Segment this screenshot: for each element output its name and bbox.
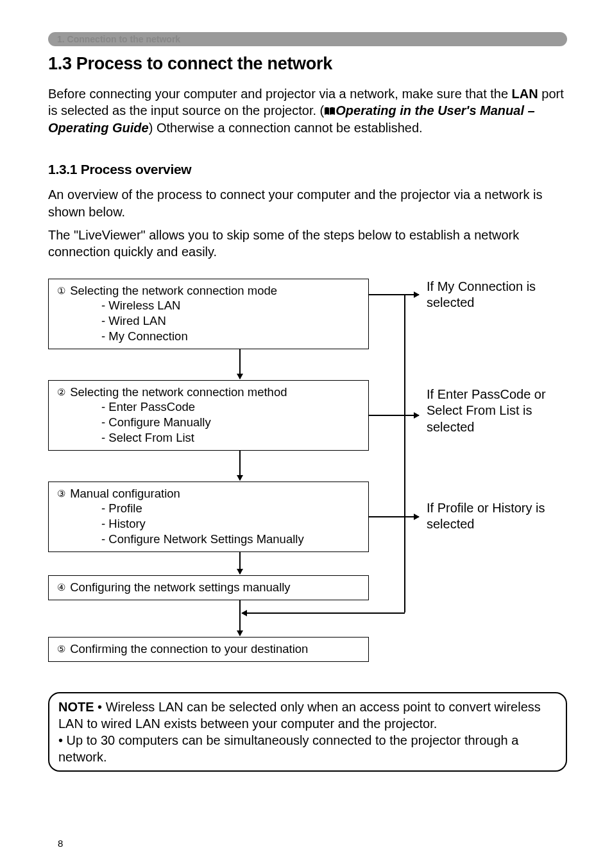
- step-box-3: ③ Manual configuration - Profile - Histo…: [48, 482, 369, 553]
- arrow-down-4: [239, 600, 241, 636]
- note-body-1: • Wireless LAN can be selected only when…: [58, 700, 541, 731]
- section-header-text: 1. Connection to the network: [57, 34, 180, 44]
- step-box-2: ② Selecting the network connection metho…: [48, 380, 369, 451]
- right-spine: [404, 294, 405, 612]
- note-label: NOTE: [58, 700, 94, 714]
- step2-item-1: - Configure Manually: [55, 415, 362, 430]
- section-header-pill: 1. Connection to the network: [48, 32, 567, 46]
- subsection-title: 1.3.1 Process overview: [48, 162, 567, 177]
- note-body-2: • Up to 30 computers can be simultaneous…: [58, 733, 518, 764]
- intro-paragraph: Before connecting your computer and proj…: [48, 85, 567, 136]
- step2-item-0: - Enter PassCode: [55, 399, 362, 415]
- step-title-1: Selecting the network connection mode: [67, 284, 277, 297]
- book-icon: [324, 103, 336, 112]
- lan-label: LAN: [512, 87, 538, 101]
- step3-item-0: - Profile: [55, 501, 362, 516]
- connector-right-1: [369, 294, 419, 295]
- page-number: 8: [58, 838, 63, 849]
- step-num-5: ⑤: [55, 643, 67, 655]
- flow-diagram: ① Selecting the network connection mode …: [48, 279, 567, 677]
- side-label-3: If Profile or History is selected: [427, 500, 574, 533]
- step1-item-2: - My Connection: [55, 329, 362, 344]
- arrow-down-1: [239, 348, 241, 379]
- step-box-5: ⑤ Confirming the connection to your dest…: [48, 637, 369, 663]
- intro-text-a: Before connecting your computer and proj…: [48, 87, 512, 101]
- arrow-down-3: [239, 551, 241, 574]
- overview-p1: An overview of the process to connect yo…: [48, 186, 567, 220]
- step-num-2: ②: [55, 386, 67, 398]
- step-num-1: ①: [55, 284, 67, 297]
- overview-p2: The "LiveViewer" allows you to skip some…: [48, 227, 567, 261]
- step-title-3: Manual configuration: [67, 487, 180, 500]
- arrow-down-2: [239, 449, 241, 480]
- side-label-2: If Enter PassCode or Select From List is…: [427, 386, 574, 436]
- step1-item-1: - Wired LAN: [55, 313, 362, 329]
- step-title-4: Configuring the network settings manuall…: [67, 580, 291, 594]
- step2-item-2: - Select From List: [55, 430, 362, 446]
- note-box: NOTE • Wireless LAN can be selected only…: [48, 692, 567, 772]
- step-num-3: ③: [55, 487, 67, 499]
- step3-item-1: - History: [55, 516, 362, 532]
- step-num-4: ④: [55, 581, 67, 593]
- connector-right-2: [369, 415, 419, 416]
- step-box-4: ④ Configuring the network settings manua…: [48, 575, 369, 601]
- intro-text-c: ) Otherwise a connection cannot be estab…: [149, 121, 423, 135]
- step3-item-2: - Configure Network Settings Manually: [55, 532, 362, 547]
- connector-right-3: [369, 516, 419, 517]
- step-title-2: Selecting the network connection method: [67, 385, 287, 399]
- connector-merge: [242, 612, 405, 614]
- step-title-5: Confirming the connection to your destin…: [67, 642, 308, 655]
- side-label-1: If My Connection is selected: [427, 279, 574, 311]
- step1-item-0: - Wireless LAN: [55, 298, 362, 313]
- page-title: 1.3 Process to connect the network: [48, 54, 567, 74]
- step-box-1: ① Selecting the network connection mode …: [48, 279, 369, 350]
